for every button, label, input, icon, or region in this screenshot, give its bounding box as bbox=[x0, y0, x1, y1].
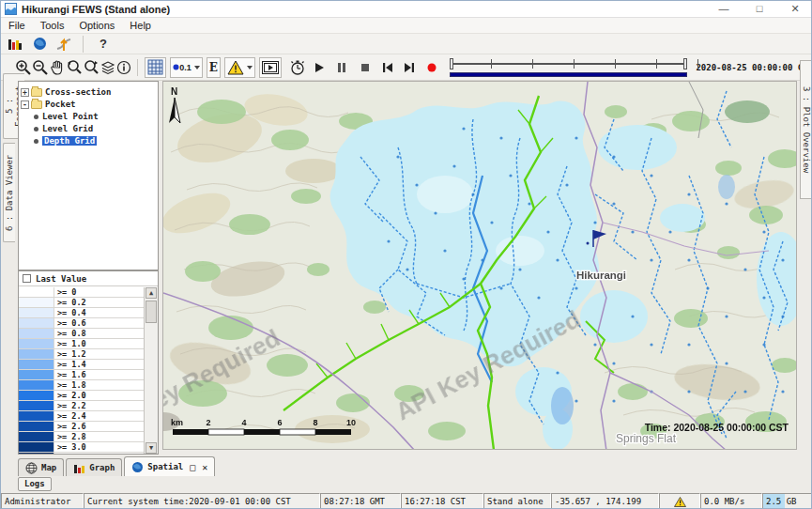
application-window: Hikurangi FEWS (Stand alone) — □ ✕ File … bbox=[0, 0, 812, 509]
legend-scrollbar[interactable]: ▲ ▼ bbox=[144, 287, 158, 454]
node-bullet-icon bbox=[34, 139, 38, 144]
interval-dropdown[interactable]: 0.1 bbox=[170, 57, 203, 78]
wireframe-globe-icon bbox=[25, 462, 38, 474]
tab-spatial[interactable]: Spatial □ ✕ bbox=[124, 456, 215, 476]
menu-file[interactable]: File bbox=[1, 20, 33, 31]
tab-close-icon[interactable]: ✕ bbox=[202, 462, 207, 472]
folder-icon bbox=[31, 100, 42, 109]
tab-map[interactable]: Map bbox=[18, 458, 64, 476]
status-local-time: 16:27:18 CST bbox=[401, 493, 483, 509]
tree-item-level-grid[interactable]: Level Grid bbox=[21, 123, 158, 134]
close-button[interactable]: ✕ bbox=[777, 1, 812, 18]
tree-item-depth-grid[interactable]: Depth Grid bbox=[21, 135, 158, 147]
minimize-button[interactable]: — bbox=[706, 1, 742, 18]
logs-row: Logs bbox=[1, 476, 812, 493]
app-logo-icon bbox=[5, 3, 17, 15]
warning-icon bbox=[674, 497, 686, 507]
rating-curve-icon[interactable] bbox=[54, 34, 74, 54]
menu-help[interactable]: Help bbox=[122, 20, 159, 31]
window-title: Hikurangi FEWS (Stand alone) bbox=[22, 4, 170, 15]
help-button[interactable]: ? bbox=[100, 37, 107, 51]
svg-text:8: 8 bbox=[313, 418, 317, 427]
filter-tree-panel: + Cross-section - Pocket Level Point Lev… bbox=[18, 81, 159, 270]
collapse-icon[interactable]: - bbox=[21, 100, 29, 109]
globe-icon bbox=[131, 461, 144, 473]
left-tab-strip: 5 : Forecast 6 : Data Viewer bbox=[1, 81, 18, 455]
menu-tools[interactable]: Tools bbox=[33, 20, 72, 31]
zoom-out-icon[interactable] bbox=[32, 57, 49, 78]
bottom-tab-bar: Map Graph Spatial □ ✕ bbox=[1, 455, 812, 476]
toolbar-separator bbox=[137, 59, 138, 76]
map-canvas: API Key Required API Key Required Hikura… bbox=[163, 82, 797, 450]
record-button[interactable] bbox=[423, 57, 440, 78]
tab-maximize-icon[interactable]: □ bbox=[190, 462, 195, 472]
status-download-rate: 0.0 MB/s bbox=[700, 493, 762, 509]
scrollbar-thumb[interactable] bbox=[146, 301, 157, 323]
status-bar: Administrator Current system time:2020-0… bbox=[1, 493, 812, 509]
status-gmt-time: 08:27:18 GMT bbox=[320, 493, 401, 509]
layers-icon[interactable] bbox=[100, 57, 116, 78]
interval-value: 0.1 bbox=[179, 63, 192, 72]
tree-item-cross-section[interactable]: + Cross-section bbox=[21, 86, 158, 98]
scroll-down-icon[interactable]: ▼ bbox=[146, 442, 157, 454]
time-slider[interactable] bbox=[448, 56, 690, 79]
expand-icon[interactable]: + bbox=[21, 88, 29, 97]
status-memory: 2.5 GB bbox=[762, 493, 812, 509]
last-frame-button[interactable] bbox=[401, 57, 418, 78]
chevron-down-icon bbox=[194, 66, 200, 69]
tree-item-label: Level Point bbox=[42, 112, 99, 121]
tree-item-label: Level Grid bbox=[42, 124, 93, 133]
tab-map-label: Map bbox=[41, 463, 56, 472]
status-user: Administrator bbox=[1, 493, 84, 509]
status-coordinates: -35.657 , 174.199 bbox=[551, 493, 659, 509]
toolbar-separator bbox=[83, 36, 84, 53]
place-label-hikurangi: Hikurangi bbox=[576, 270, 626, 281]
folder-icon bbox=[31, 88, 42, 97]
database-chart-icon[interactable] bbox=[5, 34, 25, 54]
time-slider-track bbox=[452, 63, 686, 65]
svg-text:10: 10 bbox=[346, 418, 356, 427]
tree-item-label-selected: Depth Grid bbox=[42, 136, 97, 146]
pause-button[interactable] bbox=[334, 57, 351, 78]
slider-handle-start[interactable] bbox=[450, 58, 453, 69]
node-bullet-icon bbox=[34, 127, 38, 131]
last-value-checkbox[interactable] bbox=[23, 274, 31, 283]
chevron-down-icon bbox=[247, 66, 253, 69]
svg-text:4: 4 bbox=[241, 418, 246, 427]
first-frame-button[interactable] bbox=[379, 57, 396, 78]
menu-bar: File Tools Options Help bbox=[1, 18, 812, 34]
play-button[interactable] bbox=[311, 57, 328, 78]
pan-hand-icon[interactable] bbox=[49, 57, 66, 78]
zoom-previous-icon[interactable] bbox=[66, 57, 83, 78]
maximize-button[interactable]: □ bbox=[742, 1, 777, 18]
slider-handle-end[interactable] bbox=[683, 58, 687, 69]
tab-graph[interactable]: Graph bbox=[66, 458, 122, 476]
tab-data-viewer[interactable]: 6 : Data Viewer bbox=[3, 143, 15, 242]
status-warning-cell[interactable] bbox=[659, 493, 700, 509]
main-region: 5 : Forecast 6 : Data Viewer + Cross-sec… bbox=[1, 81, 812, 455]
animation-button[interactable] bbox=[259, 57, 282, 78]
tree-item-pocket[interactable]: - Pocket bbox=[21, 99, 158, 110]
main-toolbar: ? bbox=[1, 34, 812, 54]
info-icon[interactable] bbox=[116, 57, 133, 78]
threshold-warning-dropdown[interactable] bbox=[224, 57, 255, 78]
stop-button[interactable] bbox=[357, 57, 374, 78]
menu-options[interactable]: Options bbox=[71, 20, 122, 31]
tab-plot-overview[interactable]: 3 : Plot Overview bbox=[800, 60, 812, 199]
zoom-next-icon[interactable] bbox=[83, 57, 100, 78]
map-view[interactable]: API Key Required API Key Required Hikura… bbox=[162, 81, 797, 450]
tree-item-level-point[interactable]: Level Point bbox=[21, 111, 158, 122]
svg-text:6: 6 bbox=[277, 418, 282, 427]
grid-toggle-button[interactable] bbox=[145, 57, 166, 78]
right-tab-strip: 3 : Plot Overview bbox=[797, 81, 812, 455]
title-bar: Hikurangi FEWS (Stand alone) — □ ✕ bbox=[1, 1, 812, 18]
elevation-button[interactable]: E bbox=[207, 57, 221, 78]
map-time-label: Time: 2020-08-25 00:00:00 CST bbox=[645, 422, 789, 433]
elevation-glyph: E bbox=[209, 61, 218, 74]
timer-icon[interactable] bbox=[289, 57, 306, 78]
tab-graph-label: Graph bbox=[89, 463, 115, 472]
globe-icon[interactable] bbox=[29, 34, 50, 54]
scroll-up-icon[interactable]: ▲ bbox=[146, 287, 157, 299]
status-mode: Stand alone bbox=[483, 493, 551, 509]
logs-button[interactable]: Logs bbox=[18, 477, 52, 491]
